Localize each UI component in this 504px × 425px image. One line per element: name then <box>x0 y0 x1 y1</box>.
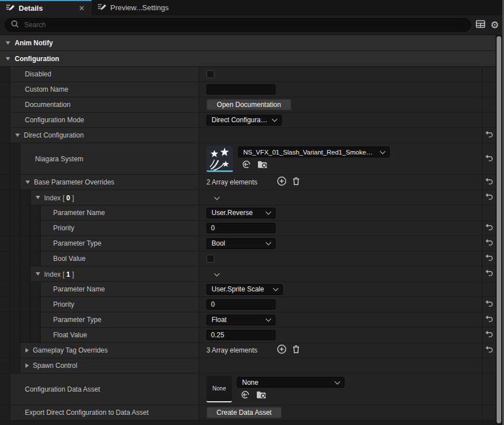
property-label: Priority <box>53 300 74 308</box>
search-toolbar: ⚙ <box>0 15 504 35</box>
array-count-label: 3 Array elements <box>206 346 277 354</box>
property-row-float-value: Float Value 0.25 <box>0 328 496 343</box>
parameter-type-dropdown[interactable]: Bool <box>206 238 275 249</box>
priority-input[interactable]: 0 <box>206 223 275 233</box>
disabled-checkbox[interactable] <box>206 70 214 78</box>
reset-to-default-button[interactable] <box>485 299 493 310</box>
reset-to-default-button[interactable] <box>485 238 493 248</box>
niagara-asset-thumbnail[interactable] <box>206 145 233 172</box>
chevron-down-icon[interactable] <box>36 196 40 199</box>
gear-icon[interactable]: ⚙ <box>490 20 499 30</box>
property-label: Configuration Mode <box>25 116 84 124</box>
property-label: Parameter Type <box>53 316 101 324</box>
search-icon <box>11 20 19 31</box>
property-row-configuration-data-asset: Configuration Data Asset None None <box>0 374 496 405</box>
property-row-parameter-type: Parameter Type Float <box>0 312 496 328</box>
chevron-down-icon[interactable] <box>6 41 10 45</box>
element-options-chevron-icon[interactable] <box>214 194 220 200</box>
array-element-row-index-0: Index [ 0 ] <box>0 190 496 205</box>
tab-label: Preview...Settings <box>110 3 169 12</box>
property-label: Documentation <box>25 101 71 109</box>
reset-to-default-button[interactable] <box>485 269 493 279</box>
array-count-label: 2 Array elements <box>206 178 277 186</box>
reset-to-default-button[interactable] <box>485 177 493 187</box>
priority-input[interactable]: 0 <box>206 299 275 310</box>
reset-to-default-button[interactable] <box>485 192 493 203</box>
tab-bar: Details ✕ Preview...Settings <box>0 0 504 15</box>
delete-all-elements-button[interactable] <box>292 177 300 188</box>
parameter-name-dropdown[interactable]: User.Sprite Scale <box>206 284 283 295</box>
custom-name-input[interactable] <box>206 84 275 95</box>
tab-label: Details <box>19 4 43 12</box>
property-row-niagara-system: Niagara System NS_VFX_01_Slash_Variant_R… <box>0 143 496 175</box>
use-selected-asset-icon[interactable] <box>241 390 250 401</box>
chevron-down-icon <box>266 316 272 322</box>
browse-to-asset-icon[interactable] <box>256 390 266 401</box>
property-row-custom-name: Custom Name <box>0 82 496 97</box>
browse-to-asset-icon[interactable] <box>257 160 268 171</box>
close-icon[interactable]: ✕ <box>77 4 86 12</box>
display-filter-grid-icon[interactable] <box>476 20 485 31</box>
property-row-documentation: Documentation Open Documentation <box>0 97 496 113</box>
chevron-down-icon[interactable] <box>36 272 40 276</box>
reset-to-default-button[interactable] <box>485 330 493 340</box>
parameter-name-dropdown[interactable]: User.Reverse <box>206 208 275 218</box>
bool-value-checkbox[interactable] <box>206 255 214 263</box>
reset-to-default-button[interactable] <box>485 130 493 140</box>
configuration-data-asset-dropdown[interactable]: None <box>237 377 344 388</box>
data-asset-thumbnail[interactable]: None <box>206 376 232 402</box>
dropdown-value: User.Reverse <box>212 209 253 217</box>
tab-preview-settings[interactable]: Preview...Settings <box>92 0 174 15</box>
add-element-button[interactable] <box>277 176 287 188</box>
add-element-button[interactable] <box>277 344 287 357</box>
open-documentation-button[interactable]: Open Documentation <box>206 99 291 110</box>
group-label: Spawn Control <box>33 362 77 370</box>
array-label: Gameplay Tag Overrides <box>33 346 108 354</box>
property-rows: Anim Notify Configuration Disabled Custo… <box>0 35 496 420</box>
chevron-down-icon[interactable] <box>15 134 20 137</box>
configuration-mode-dropdown[interactable]: Direct Configuration <box>206 115 282 126</box>
property-row-bool-value: Bool Value <box>0 251 496 267</box>
tab-details[interactable]: Details ✕ <box>0 0 92 15</box>
property-label: Custom Name <box>25 85 68 93</box>
property-row-configuration-mode: Configuration Mode Direct Configuration <box>0 113 496 128</box>
chevron-down-icon <box>266 240 272 246</box>
niagara-system-dropdown[interactable]: NS_VFX_01_Slash_Variant_Red1_Smoke_Demo <box>238 147 390 157</box>
array-row-gameplay-tag-overrides: Gameplay Tag Overrides 3 Array elements <box>0 343 496 358</box>
reset-to-default-button[interactable] <box>485 154 493 164</box>
property-row-parameter-type: Parameter Type Bool <box>0 236 496 251</box>
reset-to-default-button[interactable] <box>485 223 493 233</box>
chevron-down-icon[interactable] <box>25 181 30 184</box>
property-row-parameter-name: Parameter Name User.Reverse <box>0 205 496 221</box>
chevron-right-icon[interactable] <box>25 348 29 353</box>
chevron-right-icon[interactable] <box>25 363 29 368</box>
category-label: Anim Notify <box>15 39 53 47</box>
property-label: Parameter Type <box>53 239 101 247</box>
property-row-priority: Priority 0 <box>0 297 496 312</box>
reset-to-default-button[interactable] <box>485 254 493 264</box>
dropdown-value: User.Sprite Scale <box>212 285 264 293</box>
delete-all-elements-button[interactable] <box>292 345 300 356</box>
category-configuration[interactable]: Configuration <box>0 51 496 67</box>
reset-to-default-button[interactable] <box>485 315 493 325</box>
use-selected-asset-icon[interactable] <box>242 160 251 171</box>
create-data-asset-button[interactable]: Create Data Asset <box>206 407 282 418</box>
group-row-direct-configuration: Direct Configuration <box>0 128 496 143</box>
property-label: Configuration Data Asset <box>25 385 100 393</box>
element-options-chevron-icon[interactable] <box>214 271 220 276</box>
array-element-row-index-1: Index [ 1 ] <box>0 267 496 282</box>
thumbnail-label: None <box>213 385 226 392</box>
property-label: Float Value <box>53 331 87 339</box>
reset-to-default-button[interactable] <box>485 345 493 355</box>
float-value-input[interactable]: 0.25 <box>206 330 275 340</box>
scrollbar-thumb[interactable] <box>497 36 501 423</box>
chevron-down-icon <box>335 379 341 384</box>
toolbar-icons: ⚙ <box>476 20 499 31</box>
search-box[interactable] <box>5 18 471 32</box>
group-row-spawn-control: Spawn Control <box>0 358 496 374</box>
parameter-type-dropdown[interactable]: Float <box>206 315 275 325</box>
search-input[interactable] <box>23 20 465 29</box>
category-anim-notify[interactable]: Anim Notify <box>0 35 496 51</box>
chevron-down-icon[interactable] <box>6 57 10 61</box>
index-label: Index [ <box>44 194 66 202</box>
